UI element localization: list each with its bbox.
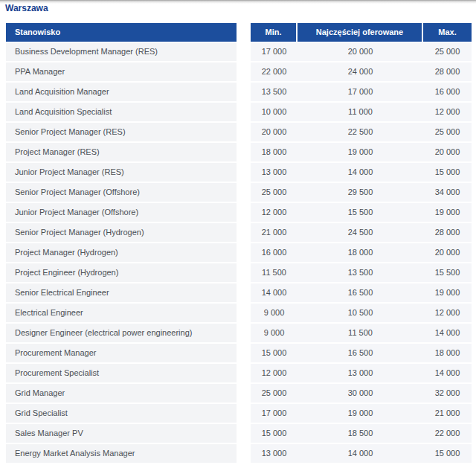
table-row: Project Manager (RES) 18 000 19 000 20 0… — [6, 143, 472, 161]
position-cell: Senior Project Manager (RES) — [6, 123, 237, 141]
row-gap — [237, 123, 251, 141]
position-cell: Senior Project Manager (Offshore) — [6, 183, 237, 202]
salary-cells: 13 000 14 000 15 000 — [251, 163, 472, 182]
table-row: Senior Project Manager (Hydrogen) 21 000… — [6, 223, 472, 242]
min-value: 11 500 — [251, 263, 298, 282]
row-gap — [237, 404, 251, 423]
min-value: 18 000 — [251, 143, 298, 161]
salary-cells: 9 000 10 500 12 000 — [251, 304, 472, 322]
row-gap — [237, 183, 251, 202]
min-value: 10 000 — [251, 103, 298, 121]
table-row: Junior Project Manager (RES) 13 000 14 0… — [6, 163, 472, 182]
typical-value: 22 500 — [298, 123, 423, 141]
position-cell: Energy Market Analysis Manager — [6, 444, 237, 463]
table-row: Procurement Manager 15 000 16 500 18 000 — [6, 344, 472, 362]
typical-value: 18 000 — [298, 243, 423, 262]
min-value: 20 000 — [251, 123, 298, 141]
position-cell: Grid Specialist — [6, 404, 237, 423]
max-value: 15 000 — [423, 163, 472, 182]
position-cell: Land Acquisition Manager — [6, 83, 237, 101]
row-gap — [237, 223, 251, 242]
min-value: 22 000 — [251, 62, 298, 81]
typical-value: 15 500 — [298, 203, 423, 222]
min-value: 25 000 — [251, 183, 298, 202]
position-cell: Sales Manager PV — [6, 424, 237, 443]
max-value: 34 000 — [423, 183, 472, 202]
max-value: 25 000 — [423, 42, 472, 61]
position-cell: Senior Project Manager (Hydrogen) — [6, 223, 237, 242]
table-row: Energy Market Analysis Manager 13 000 14… — [6, 444, 472, 463]
min-value: 9 000 — [251, 304, 298, 322]
typical-value: 30 000 — [298, 384, 423, 403]
salary-cells: 9 000 11 500 14 000 — [251, 324, 472, 342]
row-gap — [237, 444, 251, 463]
max-value: 25 000 — [423, 123, 472, 141]
min-value: 16 000 — [251, 243, 298, 262]
salary-cells: 13 500 17 000 16 000 — [251, 83, 472, 101]
max-value: 22 000 — [423, 424, 472, 443]
table-row: Land Acquisition Specialist 10 000 11 00… — [6, 103, 472, 121]
position-cell: Project Manager (RES) — [6, 143, 237, 161]
max-value: 12 000 — [423, 103, 472, 121]
typical-value: 19 000 — [298, 404, 423, 423]
salary-cells: 20 000 22 500 25 000 — [251, 123, 472, 141]
row-gap — [237, 324, 251, 342]
min-value: 12 000 — [251, 203, 298, 222]
salary-cells: 25 000 30 000 32 000 — [251, 384, 472, 403]
min-value: 9 000 — [251, 324, 298, 342]
typical-value: 13 000 — [298, 364, 423, 382]
typical-value: 18 500 — [298, 424, 423, 443]
max-value: 21 000 — [423, 404, 472, 423]
salary-cells: 11 500 13 500 15 500 — [251, 263, 472, 282]
max-value: 19 000 — [423, 203, 472, 222]
typical-value: 10 500 — [298, 304, 423, 322]
table-row: PPA Manager 22 000 24 000 28 000 — [6, 62, 472, 81]
position-cell: Project Manager (Hydrogen) — [6, 243, 237, 262]
table-row: Junior Project Manager (Offshore) 12 000… — [6, 203, 472, 222]
position-cell: Procurement Specialist — [6, 364, 237, 382]
max-value: 15 500 — [423, 263, 472, 282]
salary-cells: 25 000 29 500 34 000 — [251, 183, 472, 202]
salary-cells: 17 000 20 000 25 000 — [251, 42, 472, 61]
min-value: 17 000 — [251, 42, 298, 61]
typical-value: 17 000 — [298, 83, 423, 101]
salary-cells: 10 000 11 000 12 000 — [251, 103, 472, 121]
salary-cells: 14 000 16 500 19 000 — [251, 283, 472, 302]
salary-cells: 22 000 24 000 28 000 — [251, 62, 472, 81]
max-value: 20 000 — [423, 143, 472, 161]
row-gap — [237, 364, 251, 382]
table-row: Grid Specialist 17 000 19 000 21 000 — [6, 404, 472, 423]
table-row: Land Acquisition Manager 13 500 17 000 1… — [6, 83, 472, 101]
table-body: Business Development Manager (RES) 17 00… — [6, 42, 472, 463]
position-cell: Procurement Manager — [6, 344, 237, 362]
table-row: Electrical Engineer 9 000 10 500 12 000 — [6, 304, 472, 322]
typical-value: 13 500 — [298, 263, 423, 282]
min-value: 13 000 — [251, 163, 298, 182]
typical-value: 14 000 — [298, 444, 423, 463]
salary-cells: 12 000 15 500 19 000 — [251, 203, 472, 222]
table-row: Project Engineer (Hydrogen) 11 500 13 50… — [6, 263, 472, 282]
row-gap — [237, 263, 251, 282]
typical-value: 16 500 — [298, 283, 423, 302]
column-header-typical: Najczęściej oferowane — [298, 23, 422, 42]
row-gap — [237, 304, 251, 322]
position-cell: Junior Project Manager (Offshore) — [6, 203, 237, 222]
salary-cells: 13 000 14 000 15 000 — [251, 444, 472, 463]
typical-value: 29 500 — [298, 183, 423, 202]
max-value: 18 000 — [423, 344, 472, 362]
column-header-max: Max. — [423, 23, 472, 42]
min-value: 15 000 — [251, 424, 298, 443]
max-value: 19 000 — [423, 283, 472, 302]
salary-cells: 16 000 18 000 20 000 — [251, 243, 472, 262]
max-value: 32 000 — [423, 384, 472, 403]
row-gap — [237, 143, 251, 161]
max-value: 28 000 — [423, 223, 472, 242]
table-row: Sales Manager PV 15 000 18 500 22 000 — [6, 424, 472, 443]
row-gap — [237, 203, 251, 222]
min-value: 15 000 — [251, 344, 298, 362]
row-gap — [237, 62, 251, 81]
row-gap — [237, 103, 251, 121]
position-cell: PPA Manager — [6, 62, 237, 81]
typical-value: 24 500 — [298, 223, 423, 242]
max-value: 14 000 — [423, 324, 472, 342]
